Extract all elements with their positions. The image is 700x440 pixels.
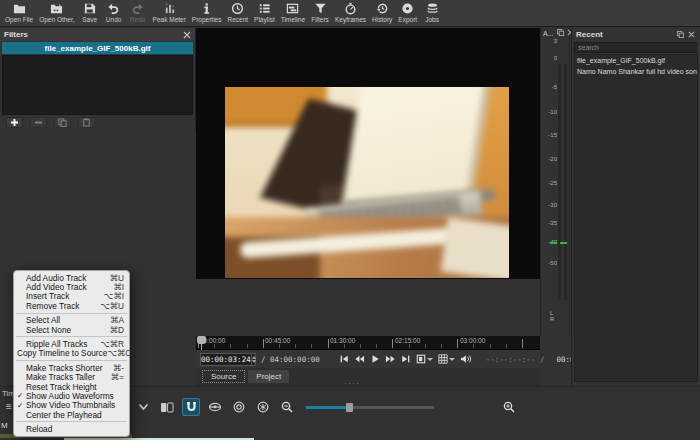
- recent-button[interactable]: Recent: [224, 1, 251, 26]
- toolbar-label: Filters: [311, 16, 329, 23]
- meter-scale-label: -30: [548, 202, 557, 208]
- filters-selected-clip[interactable]: file_example_GIF_500kB.gif: [2, 42, 193, 54]
- volume-button[interactable]: [459, 353, 472, 365]
- menu-item-add-audio-track[interactable]: Add Audio Track⌘U: [14, 273, 129, 282]
- toolbar-label: Peak Meter: [153, 16, 186, 23]
- menu-separator: [16, 360, 127, 361]
- ripple-all-tracks-button[interactable]: [254, 398, 272, 416]
- scrub-while-dragging-button[interactable]: [206, 398, 224, 416]
- menu-item-reload[interactable]: Reload: [14, 424, 129, 433]
- peak-meter-button[interactable]: Peak Meter: [150, 1, 189, 26]
- copy-filters-button[interactable]: [54, 117, 71, 128]
- redo-button[interactable]: Redo: [126, 1, 150, 26]
- menu-separator: [16, 421, 127, 422]
- rewind-button[interactable]: [353, 353, 366, 365]
- total-duration-label: / 04:00:00:00: [261, 355, 320, 364]
- current-time-field[interactable]: 00:00:03:24: [200, 353, 256, 366]
- filters-panel-title: Filters: [4, 30, 180, 39]
- timeline-button[interactable]: Timeline: [278, 1, 308, 26]
- time-spinner[interactable]: [251, 354, 256, 365]
- timeline-toolbar: [134, 396, 518, 418]
- transport-bar: 00:00:03:24 / 04:00:00:00 --:--:--:-- / …: [196, 350, 540, 368]
- playlist-icon: [258, 2, 271, 15]
- save-button[interactable]: Save: [78, 1, 102, 26]
- recent-list-item[interactable]: Namo Namo Shankar full hd video song K..…: [575, 66, 697, 77]
- menu-item-reset-track-height[interactable]: Reset Track Height: [14, 382, 129, 391]
- playhead-marker[interactable]: [197, 336, 206, 344]
- timeline-options-chevron[interactable]: [134, 398, 152, 416]
- add-filter-button[interactable]: [6, 117, 23, 128]
- meter-level-right: [560, 242, 567, 244]
- zoom-slider-handle[interactable]: [346, 403, 353, 412]
- snap-toggle-button[interactable]: [182, 398, 200, 416]
- checkmark-icon: ✓: [17, 401, 26, 410]
- cut-copy-paste-button[interactable]: [158, 398, 176, 416]
- timeline-icon: [286, 2, 299, 15]
- recent-search-input[interactable]: [574, 42, 697, 53]
- peak-meter-title: A...: [543, 30, 554, 37]
- menu-item-show-video-thumbnails[interactable]: ✓Show Video Thumbnails: [14, 401, 129, 410]
- meter-scale-label: -10: [548, 109, 557, 115]
- zoom-out-icon[interactable]: [278, 398, 296, 416]
- jobs-button[interactable]: Jobs: [420, 1, 444, 26]
- fast-forward-button[interactable]: [384, 353, 397, 365]
- remove-filter-button[interactable]: [30, 117, 47, 128]
- close-icon[interactable]: [183, 31, 191, 39]
- float-panel-icon[interactable]: [677, 31, 685, 39]
- meter-channel-left: [558, 64, 561, 300]
- export-button[interactable]: Export: [395, 1, 420, 26]
- recent-list-item[interactable]: file_example_GIF_500kB.gif: [575, 55, 697, 66]
- grid-button[interactable]: [437, 353, 456, 365]
- menu-item-show-audio-waveforms[interactable]: ✓Show Audio Waveforms: [14, 391, 129, 400]
- open-file-button[interactable]: Open File: [2, 1, 36, 26]
- paste-filters-button[interactable]: [78, 117, 95, 128]
- menu-item-ripple-all-tracks[interactable]: Ripple All Tracks⌥⌘R: [14, 339, 129, 348]
- float-panel-icon[interactable]: [557, 29, 564, 37]
- meter-scale-label: 0: [554, 55, 557, 61]
- filters-button[interactable]: Filters: [308, 1, 332, 26]
- timeline-ruler[interactable]: 00:00:00 00:45:00 01:30:00 02:15:00 03:0…: [196, 336, 540, 350]
- ruler-tick-label: 02:15:00: [395, 337, 420, 344]
- playlist-button[interactable]: Playlist: [251, 1, 278, 26]
- menu-item-make-tracks-shorter[interactable]: Make Tracks Shorter⌘-: [14, 363, 129, 372]
- peak-meter-icon: [163, 2, 176, 15]
- menu-item-copy-timeline-to-source[interactable]: Copy Timeline to Source⌥⌘C: [14, 349, 129, 358]
- in-point-button[interactable]: [415, 353, 434, 365]
- menu-item-shortcut: ⌘D: [110, 325, 124, 335]
- menu-item-remove-track[interactable]: Remove Track⌥⌘U: [14, 301, 129, 310]
- audio-peak-meter-panel: A... 3 0 -5 -10 -15 -20 -25 -30 -35 -40 …: [540, 28, 570, 336]
- tab-project-label: Project: [256, 372, 281, 381]
- tab-source[interactable]: Source: [202, 370, 245, 383]
- menu-item-make-tracks-taller[interactable]: Make Tracks Taller⌘=: [14, 373, 129, 382]
- menu-item-select-none[interactable]: Select None⌘D: [14, 325, 129, 334]
- skip-previous-button[interactable]: [338, 353, 350, 365]
- ripple-button[interactable]: [230, 398, 248, 416]
- menu-item-add-video-track[interactable]: Add Video Track⌘I: [14, 282, 129, 291]
- keyframes-button[interactable]: Keyframes: [332, 1, 369, 26]
- meter-level-left: [550, 242, 557, 244]
- toolbar-label: Properties: [192, 16, 222, 23]
- menu-item-label: Remove Track: [26, 301, 100, 311]
- master-track-label[interactable]: M: [1, 421, 8, 430]
- play-button[interactable]: [369, 353, 381, 365]
- skip-next-button[interactable]: [400, 353, 412, 365]
- filters-panel: Filters file_example_GIF_500kB.gif: [0, 28, 196, 131]
- timeline-zoom-slider[interactable]: [306, 403, 434, 412]
- recent-panel-header: Recent: [572, 28, 700, 41]
- player-lower-spacer: [196, 279, 540, 336]
- undo-button[interactable]: Undo: [102, 1, 126, 26]
- menu-item-insert-track[interactable]: Insert Track⌥⌘I: [14, 292, 129, 301]
- filters-list[interactable]: [2, 55, 193, 115]
- menu-item-center-the-playhead[interactable]: Center the Playhead: [14, 410, 129, 419]
- meter-scale-label: -50: [548, 260, 557, 266]
- open-other-button[interactable]: Open Other,: [36, 1, 77, 26]
- properties-button[interactable]: Properties: [189, 1, 225, 26]
- zoom-in-icon[interactable]: [500, 398, 518, 416]
- menu-item-select-all[interactable]: Select All⌘A: [14, 316, 129, 325]
- meter-channel-labels: L R: [550, 310, 569, 322]
- ruler-tick-label: 01:30:00: [330, 337, 355, 344]
- close-icon[interactable]: [688, 31, 696, 39]
- tab-project[interactable]: Project: [248, 370, 289, 383]
- keyframes-icon: [344, 2, 357, 15]
- history-button[interactable]: History: [369, 1, 395, 26]
